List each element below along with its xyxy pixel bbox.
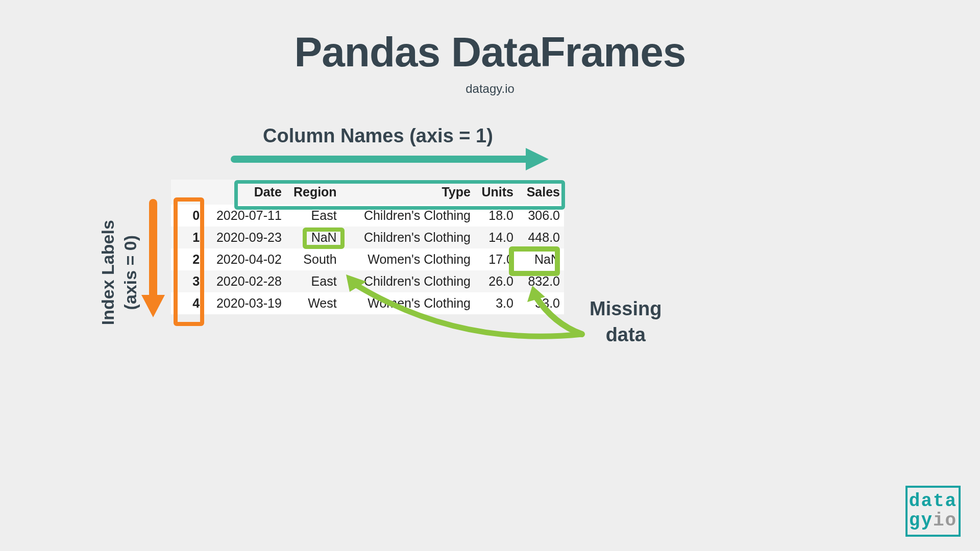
- table-row: 0 2020-07-11 East Children's Clothing 18…: [171, 205, 564, 227]
- cell-type: Women's Clothing: [341, 248, 475, 270]
- cell-region: East: [286, 270, 341, 292]
- header-sales: Sales: [518, 180, 564, 205]
- header-region: Region: [286, 180, 341, 205]
- table-row: 1 2020-09-23 NaN Children's Clothing 14.…: [171, 227, 564, 248]
- columns-label: Column Names (axis = 1): [263, 125, 493, 147]
- cell-date: 2020-04-02: [204, 248, 286, 270]
- cell-units: 17.0: [475, 248, 518, 270]
- cell-units: 26.0: [475, 270, 518, 292]
- cell-index: 1: [171, 227, 204, 248]
- datagy-logo: data gyio: [905, 486, 961, 537]
- cell-sales: NaN: [518, 248, 564, 270]
- cell-units: 14.0: [475, 227, 518, 248]
- cell-type: Children's Clothing: [341, 205, 475, 227]
- cell-units: 18.0: [475, 205, 518, 227]
- dataframe-table: Date Region Type Units Sales 0 2020-07-1…: [171, 180, 564, 314]
- logo-line2-b: io: [933, 510, 957, 531]
- table-row: 4 2020-03-19 West Women's Clothing 3.0 3…: [171, 292, 564, 314]
- page-title: Pandas DataFrames: [0, 28, 980, 76]
- missing-data-label: Missing data: [590, 296, 662, 348]
- index-label: Index Labels (axis = 0): [96, 220, 141, 325]
- cell-sales: 33.0: [518, 292, 564, 314]
- cell-region: NaN: [286, 227, 341, 248]
- logo-line2-a: gy: [909, 510, 933, 531]
- cell-index: 3: [171, 270, 204, 292]
- table-row: 2 2020-04-02 South Women's Clothing 17.0…: [171, 248, 564, 270]
- columns-arrow-icon: [234, 148, 549, 170]
- cell-date: 2020-07-11: [204, 205, 286, 227]
- svg-marker-1: [526, 148, 549, 170]
- cell-region: West: [286, 292, 341, 314]
- cell-type: Children's Clothing: [341, 270, 475, 292]
- table-header-row: Date Region Type Units Sales: [171, 180, 564, 205]
- cell-type: Children's Clothing: [341, 227, 475, 248]
- cell-sales: 832.0: [518, 270, 564, 292]
- cell-units: 3.0: [475, 292, 518, 314]
- page-subtitle: datagy.io: [0, 82, 980, 96]
- header-date: Date: [204, 180, 286, 205]
- index-label-line2: (axis = 0): [120, 235, 140, 310]
- cell-date: 2020-09-23: [204, 227, 286, 248]
- cell-date: 2020-02-28: [204, 270, 286, 292]
- index-label-line1: Index Labels: [98, 220, 117, 325]
- cell-sales: 448.0: [518, 227, 564, 248]
- cell-sales: 306.0: [518, 205, 564, 227]
- header-index: [171, 180, 204, 205]
- header-type: Type: [341, 180, 475, 205]
- svg-marker-3: [141, 295, 165, 317]
- cell-region: South: [286, 248, 341, 270]
- cell-date: 2020-03-19: [204, 292, 286, 314]
- cell-index: 4: [171, 292, 204, 314]
- cell-type: Women's Clothing: [341, 292, 475, 314]
- cell-index: 0: [171, 205, 204, 227]
- cell-index: 2: [171, 248, 204, 270]
- table-row: 3 2020-02-28 East Children's Clothing 26…: [171, 270, 564, 292]
- cell-region: East: [286, 205, 341, 227]
- missing-label-line2: data: [606, 324, 646, 345]
- logo-line1: data: [909, 492, 957, 511]
- index-arrow-icon: [141, 203, 165, 317]
- missing-label-line1: Missing: [590, 298, 662, 319]
- header-units: Units: [475, 180, 518, 205]
